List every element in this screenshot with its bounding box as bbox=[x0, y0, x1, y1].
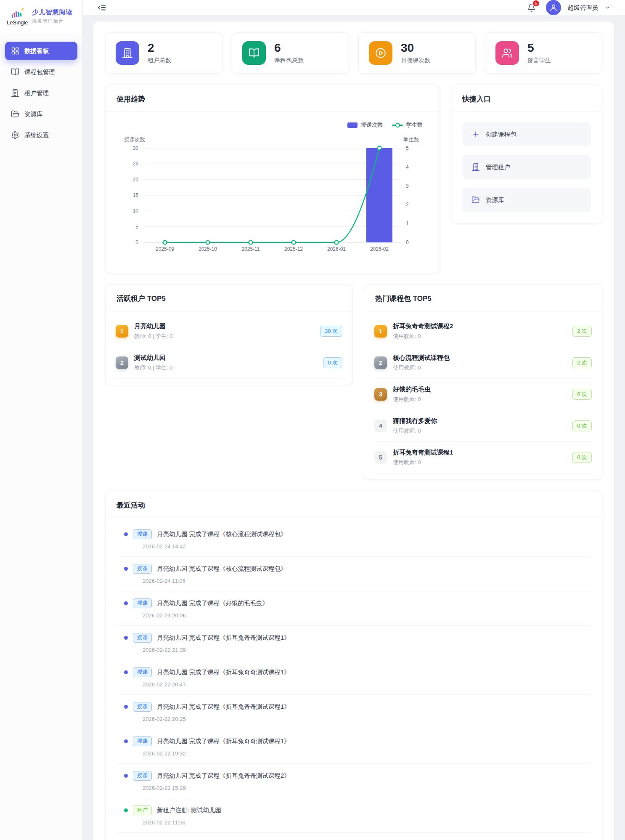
book-icon bbox=[249, 48, 260, 58]
bar-series-swatch bbox=[347, 122, 358, 128]
dashboard-main: 2 租户总数 6 课程包总数 bbox=[83, 16, 625, 840]
quick-entry-item[interactable]: 创建课程包 bbox=[462, 122, 591, 146]
sidebar-item-label: 系统设置 bbox=[24, 131, 49, 139]
activity-tag: 授课 bbox=[133, 529, 152, 539]
svg-text:2026-01: 2026-01 bbox=[327, 246, 346, 252]
notification-count-badge: 5 bbox=[532, 0, 540, 7]
building-icon bbox=[122, 48, 133, 58]
sidebar-item[interactable]: 课程包管理 bbox=[5, 63, 77, 81]
tenant-name: 月亮幼儿园 bbox=[134, 322, 314, 330]
rank-badge: 1 bbox=[374, 325, 387, 338]
activity-dot bbox=[124, 567, 128, 571]
activity-time: 2026-02-24 14:42 bbox=[143, 543, 591, 550]
svg-text:2025-11: 2025-11 bbox=[241, 246, 260, 252]
activity-text: 月亮幼儿园 完成了课程《折耳兔奇奇测试课程2》 bbox=[157, 772, 290, 780]
user-avatar[interactable] bbox=[546, 0, 561, 15]
legend-student-count[interactable]: 学生数 bbox=[392, 121, 423, 129]
package-row: 1 折耳兔奇奇测试课程2 使用教师: 0 2 次 bbox=[374, 316, 592, 347]
stat-value: 6 bbox=[274, 42, 304, 55]
sidebar-item[interactable]: 租户管理 bbox=[5, 84, 77, 102]
collapse-sidebar-icon[interactable] bbox=[97, 3, 106, 12]
activity-tag: 授课 bbox=[133, 736, 152, 746]
quick-entry-label: 管理租户 bbox=[486, 163, 510, 171]
usage-trend-card: 使用趋势 授课次数 学生数 051015202530012345授课次数学生数2… bbox=[105, 85, 440, 273]
sidebar-nav: 数据看板 课程包管理 租户管理 资源库 系统设置 bbox=[0, 33, 82, 153]
package-name: 核心流程测试课程包 bbox=[393, 354, 567, 362]
chart-legend: 授课次数 学生数 bbox=[106, 121, 440, 129]
activity-tag: 授课 bbox=[133, 564, 152, 574]
activity-tag: 授课 bbox=[133, 702, 152, 712]
stat-card: 5 覆盖学生 bbox=[485, 32, 602, 74]
activity-item: 授课 月亮幼儿园 完成了课程《好饿的毛毛虫》 2026-02-23 20:06 bbox=[117, 591, 591, 626]
quick-entry-label: 创建课程包 bbox=[486, 130, 516, 138]
chevron-down-icon[interactable] bbox=[605, 5, 611, 11]
folder-icon bbox=[471, 196, 480, 204]
svg-text:3: 3 bbox=[406, 183, 409, 189]
svg-text:学生数: 学生数 bbox=[403, 137, 419, 143]
plus-icon bbox=[471, 130, 480, 138]
brand-name: LeSingle bbox=[7, 19, 28, 26]
package-name: 好饿的毛毛虫 bbox=[393, 385, 567, 393]
activity-time: 2026-02-23 20:06 bbox=[143, 612, 591, 619]
package-name: 折耳兔奇奇测试课程2 bbox=[393, 322, 567, 330]
quick-entry-item[interactable]: 资源库 bbox=[462, 188, 591, 212]
activity-tag: 授课 bbox=[133, 667, 152, 677]
user-name[interactable]: 超级管理员 bbox=[568, 4, 599, 12]
legend-teach-count[interactable]: 授课次数 bbox=[347, 121, 383, 129]
active-tenants-title: 活跃租户 TOP5 bbox=[106, 284, 352, 311]
package-meta: 使用教师: 0 bbox=[393, 332, 567, 340]
sidebar-item-label: 课程包管理 bbox=[24, 68, 55, 76]
svg-text:15: 15 bbox=[133, 192, 139, 198]
sidebar-item[interactable]: 系统设置 bbox=[5, 126, 77, 144]
usage-count-badge: 0 次 bbox=[572, 452, 592, 463]
package-row: 2 核心流程测试课程包 使用教师: 0 2 次 bbox=[374, 347, 592, 379]
usage-count-badge: 30 次 bbox=[320, 326, 342, 337]
stat-label: 月授课次数 bbox=[401, 57, 430, 64]
users-icon bbox=[502, 48, 513, 58]
tenant-row: 1 月亮幼儿园 教师: 0 | 学生: 0 30 次 bbox=[116, 316, 342, 347]
stat-label: 租户总数 bbox=[148, 57, 171, 64]
sidebar-item[interactable]: 数据看板 bbox=[5, 42, 77, 60]
package-name: 猜猜我有多爱你 bbox=[393, 417, 567, 425]
building-icon bbox=[471, 163, 480, 171]
activity-text: 月亮幼儿园 完成了课程《核心流程测试课程包》 bbox=[157, 565, 287, 573]
building-icon bbox=[11, 89, 19, 97]
sidebar-item[interactable]: 资源库 bbox=[5, 105, 77, 123]
usage-count-badge: 0 次 bbox=[323, 357, 342, 368]
recent-activity-title: 最近活动 bbox=[106, 491, 602, 518]
usage-trend-title: 使用趋势 bbox=[106, 85, 440, 112]
activity-text: 月亮幼儿园 完成了课程《折耳兔奇奇测试课程1》 bbox=[157, 634, 290, 642]
rank-badge: 4 bbox=[374, 420, 387, 432]
package-meta: 使用教师: 0 bbox=[393, 364, 567, 372]
activity-dot bbox=[124, 808, 128, 812]
svg-text:30: 30 bbox=[133, 145, 139, 151]
activity-dot bbox=[124, 705, 128, 709]
stat-card: 30 月授课次数 bbox=[358, 32, 476, 74]
activity-tag: 授课 bbox=[133, 771, 152, 781]
activity-dot bbox=[124, 636, 128, 640]
svg-text:10: 10 bbox=[133, 208, 139, 214]
activity-item: 租户 新租户注册: 测试幼儿园 2026-02-22 11:56 bbox=[117, 798, 591, 833]
notifications-button[interactable]: 5 bbox=[527, 3, 536, 12]
activity-time: 2026-02-22 20:25 bbox=[143, 716, 591, 722]
activity-time: 2026-02-22 11:56 bbox=[143, 819, 591, 826]
gear-icon bbox=[11, 131, 19, 139]
package-meta: 使用教师: 0 bbox=[393, 396, 567, 403]
stat-value: 30 bbox=[401, 42, 430, 55]
quick-entry-item[interactable]: 管理租户 bbox=[462, 155, 591, 179]
activity-time: 2026-02-22 19:32 bbox=[143, 750, 591, 757]
rank-badge: 2 bbox=[374, 356, 387, 369]
stat-label: 课程包总数 bbox=[274, 57, 304, 64]
package-name: 折耳兔奇奇测试课程1 bbox=[393, 449, 567, 457]
activity-time: 2026-02-22 21:39 bbox=[143, 647, 591, 653]
product-subtitle: 服务管理后台 bbox=[32, 18, 73, 24]
stat-card: 6 课程包总数 bbox=[232, 32, 349, 74]
activity-dot bbox=[124, 670, 128, 674]
svg-text:0: 0 bbox=[135, 239, 138, 245]
activity-tag: 授课 bbox=[133, 598, 152, 608]
activity-dot bbox=[124, 774, 128, 778]
quick-entry-label: 资源库 bbox=[486, 196, 504, 204]
tenant-row: 2 测试幼儿园 教师: 0 | 学生: 0 0 次 bbox=[116, 347, 342, 379]
quick-entry-title: 快捷入口 bbox=[451, 85, 602, 112]
stat-value: 2 bbox=[148, 42, 171, 55]
